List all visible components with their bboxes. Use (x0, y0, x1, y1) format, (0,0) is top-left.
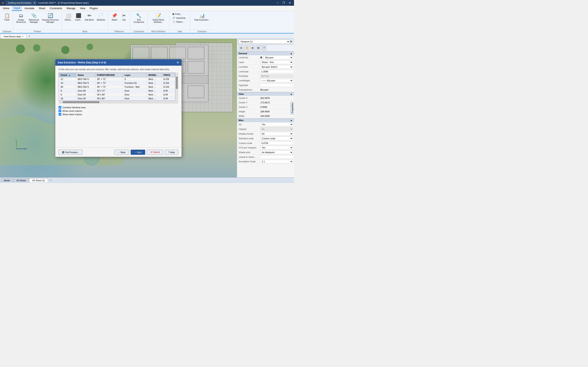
shadeprint-select[interactable]: As displayed (260, 150, 293, 154)
table-row[interactable]: 8 Door 90 35"x 80" Door Mod. ... $ 99 (59, 93, 175, 97)
design-resources-button[interactable]: 🗂 DesignResources (15, 12, 27, 24)
tab-add-button[interactable]: + (27, 34, 32, 39)
paste-button[interactable]: 📋 Paste (2, 12, 11, 22)
menu-constraints[interactable]: Constraints (48, 6, 64, 11)
col-model[interactable]: MODEL (147, 73, 162, 77)
customscale-input[interactable] (260, 142, 293, 145)
bottom-tab-model[interactable]: Model (1, 178, 13, 182)
displaylocked-select[interactable]: No (260, 132, 293, 136)
menu-home[interactable]: Home (1, 6, 11, 11)
col-name[interactable]: Name (76, 73, 95, 77)
data-extraction-button[interactable]: 📊 Data Extraction... (192, 12, 212, 22)
tool-zoom-btn[interactable]: ⊕ (250, 45, 255, 50)
tool-grid-btn[interactable]: ⊞ (256, 45, 261, 50)
next-button[interactable]: → Next (131, 150, 145, 155)
menu-insert[interactable]: Insert (12, 6, 22, 11)
modal-close-button[interactable]: ✕ (176, 60, 179, 64)
tool-select-btn[interactable]: ⊡ (239, 45, 243, 50)
show-name-checkbox[interactable] (59, 113, 61, 116)
menu-manage[interactable]: Manage (65, 6, 77, 11)
annotscale-select[interactable]: 1:1 (260, 160, 293, 163)
col-layer[interactable]: Layer (123, 73, 147, 77)
col-count[interactable]: Count ▲ (59, 73, 76, 77)
help-button[interactable]: ? Help (165, 150, 178, 155)
layer-select[interactable]: Sheet - Text (260, 60, 293, 64)
stdscale-select[interactable]: Custom scale (260, 137, 293, 140)
etrack-button[interactable]: ETrack (77, 184, 87, 184)
edit-component-button[interactable]: 🔧 EditComponent (132, 12, 146, 24)
cancel-button[interactable]: ✕ Cancel (147, 150, 163, 155)
table-row[interactable]: 80 BED 39x71 39" × 72" Furniture - Bed M… (59, 85, 175, 89)
linkedsheet-input[interactable] (260, 155, 293, 159)
edit-block-button[interactable]: ✏ Edit Block (84, 12, 95, 22)
table-row[interactable]: 12 BED 39x71 39" × 72" 0 Mod. ... $ 159 (59, 77, 175, 81)
object-button[interactable]: ⬜ Object... (171, 20, 186, 24)
panel-header: Viewport (1) ✕ (237, 39, 294, 45)
attributes-button[interactable]: 📄 Attributes (95, 12, 107, 22)
define-button[interactable]: ⬜ Define... (63, 12, 73, 22)
table-vertical-scrollbar[interactable] (175, 73, 178, 101)
attach-button[interactable]: 📌 Attach (110, 12, 119, 22)
references-manager-button[interactable]: 📎 ReferencesManager (27, 12, 40, 24)
tool-pan-btn[interactable]: ✋ (244, 45, 249, 50)
linecolor-radio[interactable] (260, 57, 262, 58)
ccs-select[interactable]: Yes (260, 146, 293, 150)
menu-sheet[interactable]: Sheet (37, 6, 47, 11)
table-row[interactable]: 8 Door 80 32"x 72" Door Mod. ... $ 85 (59, 89, 175, 93)
back-button[interactable]: ← Back (114, 150, 129, 155)
section-misc[interactable]: Misc ▲ (237, 118, 294, 122)
table-horizontal-scrollbar[interactable] (59, 101, 178, 104)
polar-button[interactable]: Polar (56, 184, 65, 184)
viewport-selector[interactable]: Viewport (1) (239, 40, 290, 44)
tab-hotel-beach[interactable]: Hotel Beach.dwg* ✕ (1, 34, 26, 39)
workspace-selector[interactable]: Drafting and Annotation (6, 1, 36, 5)
sheet-button[interactable]: SHEET (112, 184, 123, 184)
grid-button[interactable]: Grid (37, 184, 45, 184)
hyperlink-button[interactable]: 🔗 Hyperlink... (171, 16, 189, 20)
lweight-button[interactable]: LWeight (100, 184, 111, 184)
properties-side-tab[interactable]: Properties (290, 101, 294, 115)
linestyle-select[interactable]: ByLayer Solid li (260, 65, 293, 69)
insert-button[interactable]: ⬛ Insert... (74, 12, 83, 22)
field-button[interactable]: ▦ Field... (171, 12, 183, 16)
bottom-tab-a3sheet2[interactable]: A3 Sheet (2) (29, 178, 48, 182)
qinput-button[interactable]: QInput (88, 184, 99, 184)
clip-button[interactable]: ✂ Clip (120, 12, 129, 22)
snap-button[interactable]: Snap (27, 184, 36, 184)
dynamic-ccs-button[interactable]: Dynamic CCS (124, 184, 142, 184)
tab-close-button[interactable]: ✕ (22, 35, 24, 38)
cell-layer: Door (123, 93, 147, 97)
bottom-tab-a3sheet[interactable]: A3 Sheet (13, 178, 29, 182)
table-row[interactable]: 26 Door 90 35"x 80" Door Mod. ... $ 99 (59, 97, 175, 100)
show-count-checkbox[interactable] (59, 109, 61, 112)
canvas-area[interactable]: X Y Data Extraction - Refine Data (Step … (0, 39, 237, 177)
data-table-scroll[interactable]: Count ▲ Name FURNITURESIZE Layer MODEL P… (59, 73, 175, 101)
bottom-tab-add-button[interactable]: + (48, 178, 53, 182)
full-preview-button[interactable]: 🖼 Full Preview... (59, 150, 82, 155)
panel-close-button[interactable]: ✕ (290, 40, 292, 43)
hyperlink-input[interactable] (260, 83, 293, 87)
on-select[interactable]: Yes (260, 123, 293, 126)
col-price[interactable]: PRICE (162, 73, 175, 77)
linecolor-select[interactable]: ByLayer (264, 56, 293, 59)
menu-plugins[interactable]: Plugins (87, 6, 100, 11)
combine-rows-checkbox[interactable] (59, 106, 61, 109)
restore-button[interactable]: ❐ (281, 1, 286, 5)
clipped-select[interactable]: No (260, 127, 293, 131)
lineweight-select[interactable]: ─── ByLayer (260, 79, 293, 82)
menu-annotate[interactable]: Annotate (22, 6, 36, 11)
col-furnituresize[interactable]: FURNITURESIZE (95, 73, 123, 77)
esnap-button[interactable]: ESnap (66, 184, 76, 184)
table-row[interactable]: 24 BED 39x71 39" × 72" Furniture 02 Mod.… (59, 81, 175, 85)
minimize-button[interactable]: ─ (276, 1, 280, 5)
section-general[interactable]: General ▲ (237, 51, 294, 55)
ortho-button[interactable]: Ortho (46, 184, 55, 184)
printstyle-input[interactable] (260, 75, 293, 78)
drawing-recovery-button[interactable]: 🔄 Drawing RecoveryManager (41, 12, 60, 24)
section-view[interactable]: View ▲ (237, 92, 294, 96)
menu-view[interactable]: View (78, 6, 87, 11)
define-block-attr-button[interactable]: 📝 Define BlockAttribute... (149, 12, 168, 24)
tool-help-btn[interactable]: ? (261, 45, 267, 50)
linescale-input[interactable] (260, 70, 293, 73)
close-button[interactable]: ✕ (287, 1, 292, 5)
